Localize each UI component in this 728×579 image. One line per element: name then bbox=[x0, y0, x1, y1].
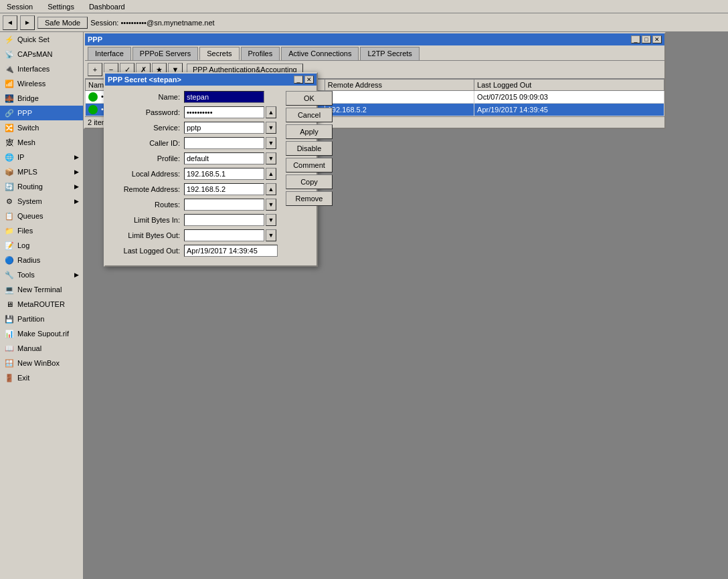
col-last-logged-out[interactable]: Last Logged Out bbox=[474, 80, 664, 91]
ip-arrow-icon: ▶ bbox=[74, 154, 79, 160]
tab-pppoe-servers[interactable]: PPPoE Servers bbox=[132, 47, 198, 60]
copy-button[interactable]: Copy bbox=[286, 175, 333, 189]
sidebar-label-metarouter: MetaROUTER bbox=[17, 300, 65, 308]
sidebar-item-metarouter[interactable]: 🖥 MetaROUTER bbox=[0, 297, 83, 312]
sidebar-item-partition[interactable]: 💾 Partition bbox=[0, 312, 83, 326]
sidebar-item-new-winbox[interactable]: 🪟 New WinBox bbox=[0, 356, 83, 370]
tab-profiles[interactable]: Profiles bbox=[241, 47, 280, 60]
service-input[interactable] bbox=[184, 122, 264, 134]
ppp-maximize-button[interactable]: □ bbox=[642, 35, 651, 43]
sidebar-item-switch[interactable]: 🔀 Switch bbox=[0, 120, 83, 135]
routes-label: Routes: bbox=[110, 201, 184, 209]
sidebar-item-mpls[interactable]: 📦 MPLS ▶ bbox=[0, 164, 83, 179]
modal-comment-button[interactable]: Comment bbox=[286, 158, 333, 172]
caller-id-dropdown[interactable]: ▼ bbox=[266, 137, 276, 149]
tab-secrets[interactable]: Secrets bbox=[199, 47, 239, 60]
cancel-button[interactable]: Cancel bbox=[286, 108, 333, 122]
service-dropdown[interactable]: ▼ bbox=[266, 122, 276, 134]
sidebar-item-radius[interactable]: 🔵 Radius bbox=[0, 253, 83, 267]
limit-bytes-out-row: Limit Bytes Out: ▼ bbox=[110, 229, 278, 241]
service-field: ▼ bbox=[184, 122, 278, 134]
tab-active-connections[interactable]: Active Connections bbox=[281, 47, 359, 60]
sidebar-item-quick-set[interactable]: ⚡ Quick Set bbox=[0, 32, 83, 47]
sidebar-item-exit[interactable]: 🚪 Exit bbox=[0, 370, 83, 385]
new-winbox-icon: 🪟 bbox=[4, 358, 15, 368]
caller-id-input[interactable] bbox=[184, 137, 264, 149]
modal-remove-button[interactable]: Remove bbox=[286, 191, 333, 206]
safe-mode-button[interactable]: Safe Mode bbox=[37, 17, 88, 29]
remote-address-input[interactable] bbox=[184, 183, 264, 195]
sidebar-item-files[interactable]: 📁 Files bbox=[0, 223, 83, 238]
routes-input[interactable] bbox=[184, 199, 264, 211]
routes-dropdown[interactable]: ▼ bbox=[266, 199, 276, 211]
local-address-scroll[interactable]: ▲ bbox=[266, 168, 276, 180]
limit-bytes-in-row: Limit Bytes In: ▼ bbox=[110, 214, 278, 226]
sidebar-item-ip[interactable]: 🌐 IP ▶ bbox=[0, 150, 83, 164]
modal-close-button[interactable]: ✕ bbox=[304, 76, 314, 84]
menu-session[interactable]: Session bbox=[3, 1, 37, 12]
limit-bytes-out-dropdown[interactable]: ▼ bbox=[266, 229, 276, 241]
sidebar-item-manual[interactable]: 📖 Manual bbox=[0, 341, 83, 356]
sidebar-label-bridge: Bridge bbox=[17, 94, 39, 102]
sidebar-item-ppp[interactable]: 🔗 PPP bbox=[0, 106, 83, 120]
remote-address-scroll[interactable]: ▲ bbox=[266, 183, 276, 195]
ppp-tab-bar: Interface PPPoE Servers Secrets Profiles… bbox=[85, 45, 664, 61]
nav-forward-button[interactable]: ► bbox=[20, 15, 35, 30]
system-arrow-icon: ▶ bbox=[74, 198, 79, 205]
sidebar-item-system[interactable]: ⚙ System ▶ bbox=[0, 194, 83, 209]
limit-bytes-in-dropdown[interactable]: ▼ bbox=[266, 214, 276, 226]
routing-arrow-icon: ▶ bbox=[74, 183, 79, 190]
sidebar-item-tools[interactable]: 🔧 Tools ▶ bbox=[0, 267, 83, 282]
nav-back-button[interactable]: ◄ bbox=[3, 15, 17, 30]
profile-field: ▼ bbox=[184, 152, 278, 164]
caller-id-label: Caller ID: bbox=[110, 139, 184, 147]
sidebar-item-queues[interactable]: 📋 Queues bbox=[0, 209, 83, 223]
content-area: PPP _ □ ✕ Interface PPPoE Servers Secret… bbox=[84, 32, 728, 579]
sidebar-item-wireless[interactable]: 📶 Wireless bbox=[0, 76, 83, 91]
profile-dropdown[interactable]: ▼ bbox=[266, 152, 276, 164]
local-address-input[interactable] bbox=[184, 168, 264, 180]
modal-dialog: PPP Secret <stepan> _ ✕ Name: bbox=[104, 72, 318, 267]
sidebar-item-routing[interactable]: 🔄 Routing ▶ bbox=[0, 179, 83, 194]
col-remote-address[interactable]: Remote Address bbox=[325, 80, 474, 91]
ip-icon: 🌐 bbox=[4, 152, 15, 162]
ppp-minimize-button[interactable]: _ bbox=[631, 35, 640, 43]
ppp-close-button[interactable]: ✕ bbox=[652, 35, 662, 43]
capsman-icon: 📡 bbox=[4, 49, 15, 60]
sidebar-item-mesh[interactable]: 🕸 Mesh bbox=[0, 135, 83, 150]
sidebar-label-mesh: Mesh bbox=[17, 138, 35, 146]
main-layout: ⚡ Quick Set 📡 CAPsMAN 🔌 Interfaces 📶 Wir… bbox=[0, 32, 728, 579]
limit-bytes-in-input[interactable] bbox=[184, 214, 264, 226]
name-input[interactable] bbox=[184, 91, 264, 103]
limit-bytes-out-field: ▼ bbox=[184, 229, 278, 241]
modal-minimize-button[interactable]: _ bbox=[294, 76, 303, 84]
tab-interface[interactable]: Interface bbox=[88, 47, 131, 60]
apply-button[interactable]: Apply bbox=[286, 124, 333, 139]
profile-input[interactable] bbox=[184, 152, 264, 164]
password-input[interactable] bbox=[184, 106, 264, 118]
tab-l2tp-secrets[interactable]: L2TP Secrets bbox=[360, 47, 419, 60]
system-icon: ⚙ bbox=[4, 196, 15, 207]
sidebar-label-manual: Manual bbox=[17, 344, 41, 352]
limit-bytes-out-input[interactable] bbox=[184, 229, 264, 241]
sidebar-item-make-supout[interactable]: 📊 Make Supout.rif bbox=[0, 326, 83, 341]
sidebar-item-capsman[interactable]: 📡 CAPsMAN bbox=[0, 47, 83, 62]
add-button[interactable]: + bbox=[88, 63, 102, 76]
sidebar-item-bridge[interactable]: 🌉 Bridge bbox=[0, 91, 83, 106]
sidebar: ⚡ Quick Set 📡 CAPsMAN 🔌 Interfaces 📶 Wir… bbox=[0, 32, 84, 579]
menu-dashboard[interactable]: Dashboard bbox=[85, 1, 129, 12]
menu-settings[interactable]: Settings bbox=[43, 1, 78, 12]
modal-disable-button[interactable]: Disable bbox=[286, 141, 333, 156]
sidebar-label-tools: Tools bbox=[17, 271, 35, 279]
password-row: Password: ▲ bbox=[110, 106, 278, 118]
routes-row: Routes: ▼ bbox=[110, 199, 278, 211]
sidebar-item-new-terminal[interactable]: 💻 New Terminal bbox=[0, 282, 83, 297]
toolbar: ◄ ► Safe Mode Session: ••••••••••@sn.myn… bbox=[0, 13, 728, 32]
profile-label: Profile: bbox=[110, 154, 184, 162]
password-scroll-up[interactable]: ▲ bbox=[266, 106, 276, 118]
sidebar-item-interfaces[interactable]: 🔌 Interfaces bbox=[0, 62, 83, 76]
manual-icon: 📖 bbox=[4, 343, 15, 354]
ok-button[interactable]: OK bbox=[286, 91, 333, 106]
sidebar-label-radius: Radius bbox=[17, 256, 40, 264]
sidebar-item-log[interactable]: 📝 Log bbox=[0, 238, 83, 253]
